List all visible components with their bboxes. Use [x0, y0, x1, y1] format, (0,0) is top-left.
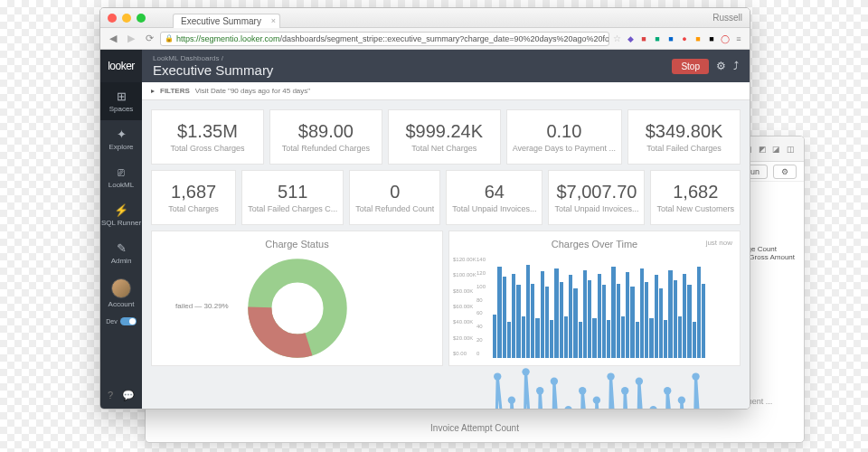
ext-icon[interactable]: ■ — [652, 33, 663, 44]
tab-close-icon[interactable]: × — [271, 16, 276, 25]
sidebar-item-sql[interactable]: ⚡ SQL Runner — [100, 196, 142, 234]
tiles-row-2: 1,687Total Charges 511Total Failed Charg… — [151, 170, 741, 225]
help-icon[interactable]: ? — [108, 390, 113, 401]
svg-point-10 — [522, 368, 529, 375]
tile-failed-count[interactable]: 511Total Failed Charges C... — [241, 170, 344, 225]
y-axis-right: 140120100806040200 — [476, 257, 486, 356]
svg-point-46 — [692, 372, 699, 380]
tab-title: Executive Summary — [181, 16, 261, 26]
toggle-switch[interactable] — [120, 317, 137, 325]
sidebar-item-admin[interactable]: ✎ Admin — [100, 234, 142, 272]
dashboard-body: $1.35MTotal Gross Charges $89.00Total Re… — [142, 100, 750, 409]
sidebar-item-account[interactable]: Account — [100, 272, 142, 310]
tile-refunded-charges[interactable]: $89.00Total Refunded Charges — [269, 109, 382, 165]
sidebar-item-label: LookML — [108, 181, 134, 189]
tile-gross-charges[interactable]: $1.35MTotal Gross Charges — [151, 109, 264, 165]
bolt-icon: ⚡ — [114, 203, 128, 217]
ext-icon[interactable]: ■ — [638, 33, 649, 44]
filter-bar[interactable]: ▸ FILTERS Visit Date "90 days ago for 45… — [142, 82, 750, 100]
tile-unpaid-invoices[interactable]: 64Total Unpaid Invoices... — [446, 170, 542, 225]
tile-new-customers[interactable]: 1,682Total New Customers — [650, 170, 741, 225]
tile-total-charges[interactable]: 1,687Total Charges — [151, 170, 236, 225]
address-bar: ◀ ▶ ⟳ 🔒 https://segmentio.looker.com/das… — [100, 28, 750, 50]
main-content: LookML Dashboards / Executive Summary St… — [142, 50, 750, 409]
svg-point-13 — [536, 387, 543, 394]
back-button[interactable]: ◀ — [106, 32, 120, 46]
svg-point-2 — [273, 285, 320, 332]
tiles-row-1: $1.35MTotal Gross Charges $89.00Total Re… — [151, 109, 741, 165]
window-titlebar: Executive Summary × Russell — [100, 8, 750, 28]
svg-point-16 — [551, 378, 558, 385]
bg-bottom-label: Invoice Attempt Count — [430, 423, 519, 433]
menu-icon[interactable]: ≡ — [733, 33, 744, 44]
tile-avg-days-payment[interactable]: 0.10Average Days to Payment ... — [506, 109, 622, 165]
logo[interactable]: looker — [100, 50, 142, 82]
sidebar-item-label: Account — [108, 300, 135, 308]
ext-icon[interactable]: ■ — [693, 33, 703, 44]
chat-icon[interactable]: 💬 — [122, 390, 135, 401]
ext-icon[interactable]: ■ — [665, 33, 676, 44]
svg-point-22 — [579, 387, 586, 394]
sidebar-item-label: SQL Runner — [101, 219, 141, 227]
tile-failed-charges[interactable]: $349.80KTotal Failed Charges — [627, 109, 741, 165]
browser-window: Executive Summary × Russell ◀ ▶ ⟳ 🔒 http… — [99, 7, 750, 410]
sidebar-item-spaces[interactable]: ⊞ Spaces — [100, 82, 142, 120]
tile-unpaid-invoices-amount[interactable]: $7,007.70Total Unpaid Invoices... — [548, 170, 645, 225]
svg-point-43 — [678, 396, 685, 403]
minimize-icon[interactable] — [122, 14, 131, 23]
gear-icon[interactable]: ⚙ — [716, 60, 726, 72]
close-icon[interactable] — [108, 14, 117, 23]
chart-charge-status[interactable]: Charge Status failed — 30.29% — [151, 231, 443, 366]
dev-mode-toggle[interactable]: Dev — [106, 317, 136, 325]
tile-net-charges[interactable]: $999.24KTotal Net Charges — [388, 109, 501, 165]
filter-text: Visit Date "90 days ago for 45 days" — [195, 87, 310, 95]
lock-icon: 🔒 — [165, 34, 174, 42]
y-axis-left: $120.00K$100.00K$80.00K$60.00K$40.00K$20… — [453, 257, 476, 356]
maximize-icon[interactable] — [137, 14, 146, 23]
chart-title: Charge Status — [159, 239, 435, 250]
forward-button[interactable]: ▶ — [124, 32, 138, 46]
bar-chart — [493, 259, 705, 358]
tile-refunded-count[interactable]: 0Total Refunded Count — [349, 170, 440, 225]
sidebar-item-label: Spaces — [109, 105, 134, 113]
stop-button[interactable]: Stop — [672, 59, 709, 74]
svg-point-31 — [621, 387, 628, 394]
url-input[interactable]: 🔒 https://segmentio.looker.com/dashboard… — [160, 32, 609, 46]
star-icon[interactable]: ☆ — [613, 33, 621, 43]
bg-gear-button[interactable]: ⚙ — [773, 165, 797, 179]
svg-point-40 — [664, 387, 671, 394]
donut-chart — [248, 259, 347, 358]
svg-point-25 — [593, 396, 600, 403]
wrench-icon: ✎ — [117, 241, 127, 255]
chart-charges-over-time[interactable]: Charges Over Time just now $120.00K$100.… — [448, 231, 741, 366]
svg-point-7 — [508, 396, 515, 403]
ext-icon[interactable]: ■ — [706, 33, 717, 44]
share-icon[interactable]: ⤴ — [733, 60, 739, 72]
sidebar-item-explore[interactable]: ✦ Explore — [100, 120, 142, 158]
sidebar-item-label: Admin — [111, 257, 132, 265]
svg-point-37 — [649, 406, 656, 409]
avatar — [111, 278, 131, 298]
ext-icon[interactable]: ● — [679, 33, 690, 44]
grid-icon: ⊞ — [117, 89, 127, 103]
compass-icon: ✦ — [117, 127, 127, 141]
ext-icon[interactable]: ◯ — [720, 33, 731, 44]
sidebar-item-lookml[interactable]: ⎚ LookML — [100, 158, 142, 196]
chart-timestamp: just now — [706, 239, 732, 247]
breadcrumb[interactable]: LookML Dashboards / — [153, 54, 273, 62]
code-icon: ⎚ — [118, 165, 125, 179]
chart-title: Charges Over Time — [457, 239, 732, 250]
svg-point-28 — [607, 372, 614, 380]
reload-button[interactable]: ⟳ — [142, 32, 156, 46]
chevron-right-icon: ▸ — [151, 87, 155, 95]
svg-point-4 — [494, 372, 501, 380]
ext-icon[interactable]: ◆ — [625, 33, 636, 44]
donut-slice-label: failed — 30.29% — [175, 302, 229, 310]
browser-tab[interactable]: Executive Summary × — [173, 14, 280, 28]
profile-name: Russell — [712, 13, 742, 23]
sidebar-item-label: Explore — [108, 143, 133, 151]
svg-point-19 — [564, 406, 571, 409]
page-header: LookML Dashboards / Executive Summary St… — [142, 50, 750, 82]
filters-label: FILTERS — [160, 87, 190, 95]
svg-point-34 — [636, 378, 643, 385]
